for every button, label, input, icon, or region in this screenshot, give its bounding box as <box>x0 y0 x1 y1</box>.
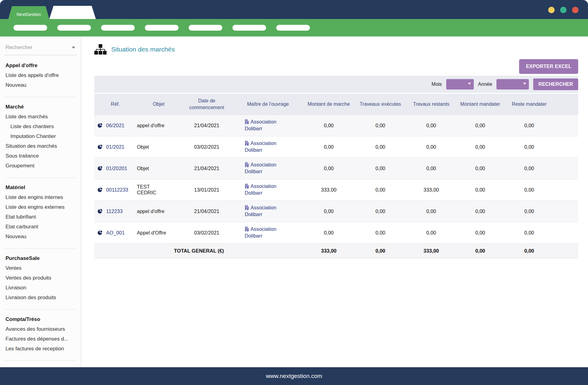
sidebar-item-link[interactable]: Avances des fournisseurs <box>4 324 77 334</box>
export-excel-button[interactable]: EXPORTER EXCEL <box>519 59 578 74</box>
table-footer: TOTAL GENERAL (€) 333,00 0,00 333,00 0,0… <box>94 243 578 258</box>
date-cell: 21/04/2021 <box>181 158 232 179</box>
table-body: 06/2021 appel d'offre 21/04/2021 Associa… <box>94 115 578 243</box>
building-icon <box>245 162 249 167</box>
col-maitre: Maître de l'ouvrage <box>232 94 303 115</box>
sidebar-item-link[interactable]: Sous traitance <box>4 151 77 161</box>
footer-url: www.nextgestion.com <box>266 373 322 379</box>
sidebar-item-link[interactable]: Liste des engins internes <box>4 192 77 202</box>
sidebar-section: PurchaseSale Ventes Ventes des produits … <box>4 248 77 303</box>
date-cell: 21/04/2021 <box>181 115 232 136</box>
sidebar-item-link[interactable]: Situation des marchés <box>4 141 77 151</box>
date-cell: 21/04/2021 <box>181 200 232 222</box>
table-row: 01/20201 Objet 21/04/2021 Association Do… <box>94 158 578 179</box>
amount-cell: 0,00 <box>456 158 505 179</box>
nav-pill[interactable] <box>189 25 222 31</box>
spacer-cell <box>554 158 578 179</box>
search-combobox[interactable]: Rechercher <box>4 43 77 55</box>
page-title: Situation des marchés <box>94 44 578 55</box>
maitre-link[interactable]: Association Dolibarr <box>245 205 276 217</box>
col-reste-mandater: Reste mandater <box>505 94 554 115</box>
sidebar-item-link[interactable]: Imputation Chantier <box>4 132 77 141</box>
sidebar-section-title: Marché <box>4 103 77 112</box>
ref-link[interactable]: AO_001 <box>106 230 125 235</box>
sidebar-item: Liste des chantiers <box>4 122 77 132</box>
sidebar-section: Marché Liste des marchés Liste des chant… <box>4 97 77 171</box>
maitre-link[interactable]: Association Dolibarr <box>245 226 276 238</box>
ref-cell: 01/20201 <box>94 158 136 179</box>
amount-cell: 0,00 <box>354 158 407 179</box>
sidebar-item-link[interactable]: Etat lubrifiant <box>4 212 77 222</box>
window-dot-yellow[interactable] <box>548 7 555 13</box>
pie-chart-icon <box>97 209 103 214</box>
objet-cell: appel d'offre <box>136 115 181 136</box>
ref-link[interactable]: 112233 <box>106 208 123 214</box>
search-button[interactable]: RECHERCHER <box>533 78 578 90</box>
ref-link[interactable]: 00112233 <box>106 187 128 192</box>
amount-cell: 333,00 <box>303 179 354 200</box>
amount-cell: 0,00 <box>303 200 354 222</box>
sidebar-item-link[interactable]: Groupement <box>4 161 77 171</box>
nav-pill[interactable] <box>145 25 179 31</box>
total-montant-mandater: 0,00 <box>456 243 505 258</box>
sidebar-item-link[interactable]: Les factures de reception <box>4 344 77 354</box>
nav-pill[interactable] <box>232 25 266 31</box>
amount-cell: 0,00 <box>303 136 354 158</box>
col-montant-marche: Montant de marche <box>303 94 354 115</box>
table-row: 00112233 TEST CEDRIC 13/01/2021 Associat… <box>94 179 578 200</box>
brand-tab[interactable]: NextGestion <box>8 6 49 19</box>
maitre-link[interactable]: Association Dolibarr <box>245 162 276 174</box>
nav-pill[interactable] <box>101 25 135 31</box>
chevron-down-icon <box>72 47 75 49</box>
active-tab-placeholder[interactable] <box>49 6 96 19</box>
nav-pill[interactable] <box>276 25 310 31</box>
ref-link[interactable]: 06/2021 <box>106 123 125 128</box>
amount-cell: 0,00 <box>505 115 554 136</box>
sidebar-item: Ventes des produits <box>4 273 77 283</box>
amount-cell: 0,00 <box>407 200 456 222</box>
year-label: Année <box>478 82 492 87</box>
sidebar-section-title: PurchaseSale <box>4 255 77 263</box>
objet-cell: Appel d'Offre <box>136 222 181 243</box>
sidebar-item-link[interactable]: Livraison des produits <box>4 293 77 303</box>
nav-pill[interactable] <box>57 25 91 31</box>
chevron-down-icon <box>523 83 526 85</box>
sidebar-item-link[interactable]: Liste des marchés <box>4 112 77 122</box>
ref-link[interactable]: 01/2021 <box>106 144 125 150</box>
maitre-cell: Association Dolibarr <box>232 200 303 222</box>
sidebar-item: Liste des engins externes <box>4 202 77 212</box>
window-dot-red[interactable] <box>572 7 579 13</box>
amount-cell: 0,00 <box>456 179 505 200</box>
sidebar-item-link[interactable]: Nouveau <box>4 80 77 90</box>
nav-pill[interactable] <box>13 25 47 31</box>
sidebar-item-link[interactable]: Factures des dépenses d... <box>4 334 77 344</box>
maitre-link[interactable]: Association Dolibarr <box>245 183 276 196</box>
sidebar-item-link[interactable]: Liste des chantiers <box>4 122 77 132</box>
ref-link[interactable]: 01/20201 <box>106 166 127 171</box>
maitre-cell: Association Dolibarr <box>232 136 303 158</box>
total-traveaux-executes: 0,00 <box>354 243 407 258</box>
table-row: 06/2021 appel d'offre 21/04/2021 Associa… <box>94 115 578 136</box>
sidebar-section: Ressource humaine <box>4 360 77 367</box>
maitre-link[interactable]: Association Dolibarr <box>245 140 276 153</box>
sidebar-section: Matériel Liste des engins internes Liste… <box>4 177 77 242</box>
sidebar-item-link[interactable]: Liste des engins externes <box>4 202 77 212</box>
sidebar-item-link[interactable]: Ventes <box>4 263 77 273</box>
building-icon <box>245 141 249 146</box>
sidebar-item: Situation des marchés <box>4 141 77 151</box>
sidebar-section-list: Ventes Ventes des produits Livraison Liv… <box>4 263 77 303</box>
sidebar-item-link[interactable]: Liste des appels d'offre <box>4 71 77 80</box>
sidebar-item: Sous traitance <box>4 151 77 161</box>
window-dot-green[interactable] <box>560 7 567 13</box>
sidebar-item-link[interactable]: Livraison <box>4 283 77 293</box>
sidebar-item-link[interactable]: Ventes des produits <box>4 273 77 283</box>
sidebar-item-link[interactable]: Etat carburant <box>4 222 77 232</box>
year-select[interactable] <box>496 79 529 90</box>
amount-cell: 0,00 <box>354 179 407 200</box>
col-traveaux-executes: Traveaux exécutes <box>354 94 407 115</box>
ref-cell: 00112233 <box>94 179 136 200</box>
building-icon <box>245 184 249 189</box>
month-select[interactable] <box>446 79 474 90</box>
sidebar-item-link[interactable]: Nouveau <box>4 232 77 242</box>
maitre-link[interactable]: Association Dolibarr <box>245 119 276 131</box>
